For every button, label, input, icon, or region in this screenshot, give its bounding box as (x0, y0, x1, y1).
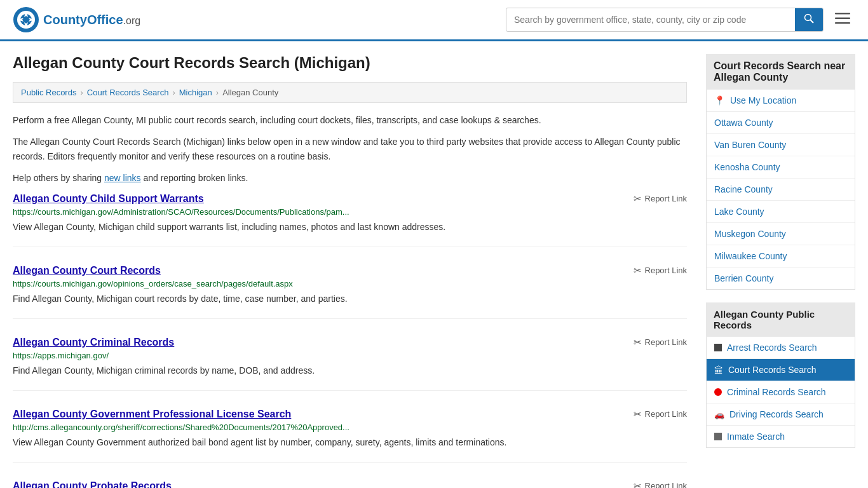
result-title[interactable]: Allegan County Child Support Warrants (13, 193, 204, 205)
use-my-location[interactable]: Use My Location (707, 90, 855, 112)
result-title[interactable]: Allegan County Probate Records (13, 480, 172, 488)
result-item: Allegan County Child Support Warrants ✂ … (13, 193, 687, 247)
report-link-icon: ✂ (634, 265, 642, 276)
result-desc: View Allegan County Government authorize… (13, 436, 687, 449)
nearby-links: Use My Location Ottawa County Van Buren … (706, 90, 855, 290)
arrest-records-link[interactable]: Arrest Records Search (707, 337, 855, 359)
inmate-search-link[interactable]: Inmate Search (707, 426, 855, 447)
report-link[interactable]: ✂ Report Link (634, 265, 687, 276)
nearby-section: Court Records Search near Allegan County… (706, 54, 855, 290)
description-3: Help others by sharing new links and rep… (13, 171, 687, 185)
page-title: Allegan County Court Records Search (Mic… (13, 54, 687, 72)
hamburger-icon (835, 13, 850, 24)
report-link-icon: ✂ (634, 409, 642, 420)
nearby-county-link[interactable]: Racine County (707, 179, 855, 201)
report-link[interactable]: ✂ Report Link (634, 409, 687, 420)
criminal-records-link[interactable]: Criminal Records Search (707, 381, 855, 403)
result-title[interactable]: Allegan County Government Professional L… (13, 409, 291, 420)
nearby-county-link[interactable]: Lake County (707, 201, 855, 223)
report-link[interactable]: ✂ Report Link (634, 193, 687, 205)
report-link-icon: ✂ (634, 480, 642, 488)
breadcrumb-current: Allegan County (222, 88, 278, 97)
report-link[interactable]: ✂ Report Link (634, 337, 687, 348)
driving-records-icon: 🚗 (714, 410, 724, 419)
result-url: http://cms.allegancounty.org/sheriff/cor… (13, 423, 687, 432)
result-desc: Find Allegan County, Michigan court reco… (13, 292, 687, 306)
hamburger-menu[interactable] (830, 9, 855, 30)
nearby-county-link[interactable]: Van Buren County (707, 134, 855, 156)
content-area: Allegan County Court Records Search (Mic… (13, 54, 706, 488)
result-title[interactable]: Allegan County Criminal Records (13, 337, 174, 348)
report-link-icon: ✂ (634, 193, 642, 205)
nearby-county-link[interactable]: Berrien County (707, 268, 855, 289)
breadcrumb-michigan[interactable]: Michigan (179, 88, 212, 97)
public-records-section: Allegan County Public Records Arrest Rec… (706, 302, 855, 448)
public-records-header: Allegan County Public Records (706, 302, 855, 337)
svg-rect-5 (835, 13, 850, 15)
results-list: Allegan County Child Support Warrants ✂ … (13, 193, 687, 488)
search-bar (506, 8, 824, 32)
nearby-county-link[interactable]: Kenosha County (707, 156, 855, 179)
new-links-link[interactable]: new links (104, 173, 141, 183)
description-1: Perform a free Allegan County, MI public… (13, 113, 687, 127)
svg-point-3 (805, 15, 811, 21)
result-url: https://apps.michigan.gov/ (13, 351, 687, 360)
nearby-county-link[interactable]: Muskegon County (707, 223, 855, 245)
result-url: https://courts.michigan.gov/Administrati… (13, 207, 687, 217)
logo-text: CountyOffice.org (43, 13, 140, 27)
nearby-county-link[interactable]: Milwaukee County (707, 245, 855, 268)
sidebar: Court Records Search near Allegan County… (706, 54, 855, 488)
public-records-links: Arrest Records Search 🏛 Court Records Se… (706, 337, 855, 448)
logo-icon (13, 6, 39, 33)
result-desc: Find Allegan County, Michigan criminal r… (13, 364, 687, 377)
inmate-search-icon (714, 433, 722, 440)
result-desc: View Allegan County, Michigan child supp… (13, 220, 687, 234)
report-link-icon: ✂ (634, 337, 642, 348)
logo-area: CountyOffice.org (13, 6, 140, 33)
result-item: Allegan County Probate Records ✂ Report … (13, 480, 687, 488)
result-item: Allegan County Criminal Records ✂ Report… (13, 337, 687, 391)
court-records-icon: 🏛 (714, 365, 723, 374)
criminal-records-icon (714, 388, 722, 396)
main-container: Allegan County Court Records Search (Mic… (0, 41, 868, 488)
report-link[interactable]: ✂ Report Link (634, 480, 687, 488)
breadcrumb-public-records[interactable]: Public Records (21, 88, 76, 97)
court-records-link[interactable]: 🏛 Court Records Search (707, 359, 855, 381)
result-item: Allegan County Court Records ✂ Report Li… (13, 265, 687, 319)
result-title[interactable]: Allegan County Court Records (13, 265, 161, 276)
arrest-records-icon (714, 344, 722, 351)
svg-rect-7 (835, 22, 850, 24)
driving-records-link[interactable]: 🚗 Driving Records Search (707, 403, 855, 426)
nearby-header: Court Records Search near Allegan County (706, 54, 855, 90)
nearby-county-link[interactable]: Ottawa County (707, 112, 855, 134)
svg-rect-6 (835, 18, 850, 20)
search-input[interactable] (506, 10, 795, 30)
svg-line-4 (811, 20, 814, 24)
header-right (506, 8, 855, 32)
result-item: Allegan County Government Professional L… (13, 409, 687, 463)
search-icon (804, 13, 814, 24)
description-2: The Allegan County Court Records Search … (13, 135, 687, 163)
search-button[interactable] (795, 8, 823, 31)
breadcrumb-court-records[interactable]: Court Records Search (87, 88, 169, 97)
site-header: CountyOffice.org (0, 0, 868, 41)
breadcrumb: Public Records › Court Records Search › … (13, 82, 687, 103)
result-url: https://courts.michigan.gov/opinions_ord… (13, 279, 687, 288)
